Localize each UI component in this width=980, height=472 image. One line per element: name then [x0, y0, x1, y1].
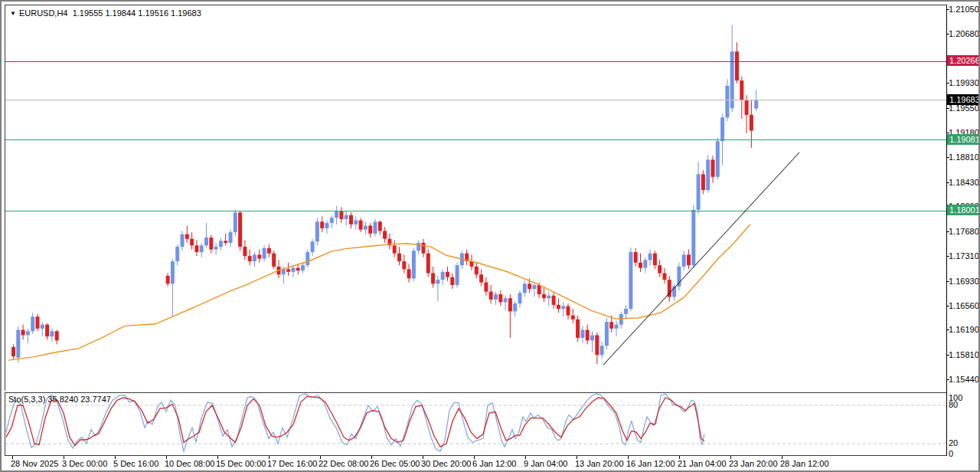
stochastic-pane[interactable]: Sto(5,3,3) 35.8240 23.7747: [5, 392, 946, 456]
candle-body: [677, 267, 681, 287]
candle-body: [200, 245, 204, 252]
candle-body: [513, 303, 517, 311]
candle-body: [393, 245, 397, 253]
candle-body: [416, 243, 420, 251]
time-tick-label: 28 Nov 2025: [11, 459, 58, 468]
candle: [194, 240, 198, 256]
candle: [200, 243, 204, 257]
candle: [567, 303, 570, 320]
candle-body: [580, 330, 584, 338]
candle-body: [600, 346, 604, 355]
candle-body: [16, 330, 20, 358]
candle: [31, 313, 34, 334]
candle-body: [609, 322, 613, 329]
candle: [658, 260, 662, 277]
candle: [345, 211, 348, 226]
candle-body: [378, 221, 382, 231]
candle-body: [629, 252, 632, 309]
candle: [330, 215, 334, 228]
main-chart-pane[interactable]: ▼EURUSD,H4 1.19555 1.19844 1.19516 1.196…: [5, 5, 946, 391]
candle-body: [311, 241, 315, 252]
time-tick-label: 23 Jan 20:00: [729, 459, 778, 468]
candle: [470, 254, 474, 270]
candle: [234, 210, 237, 236]
candle-body: [682, 254, 686, 266]
candle: [576, 316, 580, 342]
time-tick-label: 17 Dec 16:00: [267, 459, 317, 468]
candle-body: [711, 159, 715, 176]
time-tick-label: 13 Jan 20:00: [575, 459, 624, 468]
candle-body: [181, 234, 185, 247]
candle-body: [374, 221, 377, 233]
price-axis[interactable]: 1.210501.206801.203101.199301.195501.191…: [946, 5, 980, 456]
candle-body: [41, 325, 44, 329]
candle: [320, 216, 324, 232]
candle: [663, 268, 667, 284]
candle-body: [634, 252, 638, 263]
price-tick-label: 1.21050: [949, 5, 979, 15]
candle-body: [364, 226, 368, 230]
candle-body: [508, 298, 512, 311]
candle: [364, 221, 368, 234]
time-tick-label: 6 Jan 12:00: [472, 459, 517, 468]
candle: [368, 223, 372, 238]
price-tag: 1.19683: [947, 94, 980, 105]
time-axis[interactable]: 28 Nov 20253 Dec 00:005 Dec 16:0010 Dec …: [5, 457, 946, 470]
candle: [508, 294, 512, 338]
candle: [426, 250, 430, 277]
candle: [720, 113, 724, 165]
candle: [682, 251, 686, 270]
time-tick-label: 30 Dec 20:00: [421, 459, 471, 468]
candle-body: [412, 251, 416, 278]
candle: [209, 235, 213, 254]
candle-body: [224, 241, 227, 243]
candle-body: [691, 210, 695, 265]
price-tick-label: 1.17680: [949, 227, 979, 237]
time-tick-label: 5 Dec 16:00: [113, 459, 158, 468]
time-tick-label: 15 Dec 00:00: [216, 459, 266, 468]
candle: [740, 77, 743, 119]
candle: [315, 218, 319, 245]
time-tick-label: 21 Jan 04:00: [678, 459, 727, 468]
candlestick-chart[interactable]: [5, 5, 946, 391]
candle-body: [663, 273, 667, 280]
candle-body: [740, 80, 743, 100]
candle-body: [658, 265, 662, 273]
candle-body: [605, 322, 609, 346]
candle-body: [209, 238, 213, 249]
candle-body: [624, 309, 628, 314]
candle-body: [706, 159, 710, 190]
candle: [730, 25, 734, 113]
candle: [557, 298, 560, 313]
candle: [301, 263, 305, 274]
candle-body: [257, 254, 261, 258]
candle: [305, 250, 309, 268]
candle-body: [267, 248, 271, 254]
candle: [339, 207, 343, 223]
candle: [422, 239, 426, 257]
candle-body: [55, 331, 59, 340]
chart-collapse-icon[interactable]: ▼: [10, 10, 16, 17]
price-tick-label: 1.19930: [949, 78, 979, 88]
candle: [436, 276, 439, 302]
candle: [639, 254, 642, 272]
candle-body: [518, 293, 522, 303]
candle: [706, 155, 710, 192]
candle: [214, 243, 218, 254]
candle: [605, 318, 609, 349]
candle: [248, 250, 252, 266]
candle-body: [11, 347, 15, 356]
candle-body: [537, 285, 541, 294]
candle-body: [21, 330, 25, 336]
candle-body: [286, 269, 290, 271]
candle-body: [532, 285, 536, 289]
candle: [272, 251, 276, 269]
candle: [518, 290, 522, 307]
candle-body: [479, 274, 483, 282]
candle: [677, 263, 681, 290]
candle: [41, 322, 44, 336]
candle: [277, 260, 281, 278]
candle-body: [315, 221, 319, 241]
candle: [204, 223, 208, 248]
candle: [291, 265, 295, 277]
